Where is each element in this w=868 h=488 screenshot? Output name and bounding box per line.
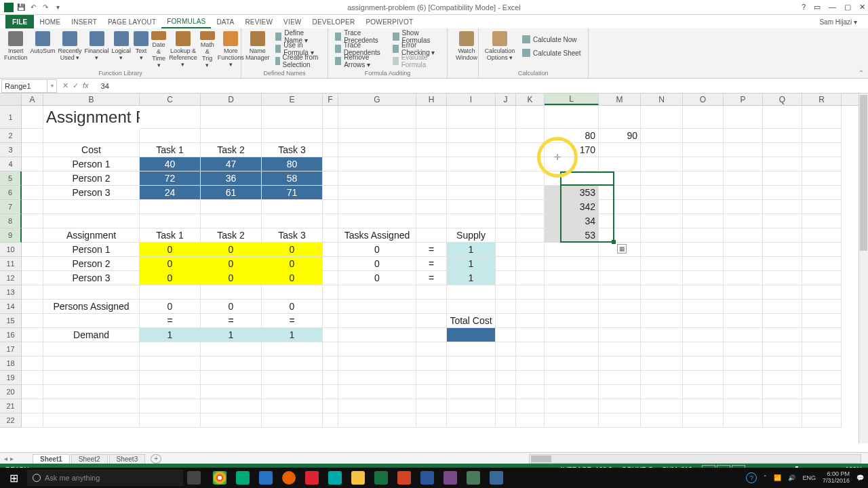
cell-A2[interactable] <box>22 129 43 143</box>
cell-N10[interactable] <box>641 243 683 257</box>
cell-A15[interactable] <box>22 314 43 328</box>
cell-O19[interactable] <box>683 371 724 385</box>
cell-D14[interactable]: 0 <box>201 300 262 314</box>
cell-J18[interactable] <box>496 357 516 371</box>
col-header-Q[interactable]: Q <box>763 94 802 105</box>
cell-H20[interactable] <box>416 385 447 399</box>
cell-P1[interactable] <box>724 106 763 129</box>
cell-E18[interactable] <box>262 357 323 371</box>
cell-J13[interactable] <box>496 285 516 300</box>
cell-G10[interactable]: 0 <box>338 243 416 257</box>
cell-R12[interactable] <box>802 271 842 285</box>
save-icon[interactable]: 💾 <box>16 3 26 12</box>
horizontal-scrollbar[interactable] <box>529 454 861 464</box>
cell-O14[interactable] <box>683 300 724 314</box>
cell-B17[interactable] <box>43 342 140 357</box>
cell-J22[interactable] <box>496 413 516 428</box>
cell-J12[interactable] <box>496 271 516 285</box>
cell-R22[interactable] <box>802 413 842 428</box>
cell-B14[interactable]: Persons Assigned <box>43 300 140 314</box>
cell-E20[interactable] <box>262 385 323 399</box>
vertical-scrollbar[interactable] <box>859 94 868 443</box>
cell-A21[interactable] <box>22 399 43 413</box>
col-header-F[interactable]: F <box>323 94 338 105</box>
cell-L5[interactable]: 34 <box>545 171 599 186</box>
cell-K4[interactable] <box>516 157 545 171</box>
app-icon-1[interactable] <box>301 468 323 487</box>
cell-L7[interactable]: 342 <box>545 200 599 214</box>
cell-E11[interactable]: 0 <box>262 257 323 271</box>
cell-L15[interactable] <box>545 314 599 328</box>
cell-E8[interactable] <box>262 214 323 228</box>
financial-button[interactable]: Financial ▾ <box>85 30 109 69</box>
sheet-nav-prev-icon[interactable]: ◂ <box>4 455 7 462</box>
col-header-N[interactable]: N <box>641 94 683 105</box>
cell-R8[interactable] <box>802 214 842 228</box>
name-box-dropdown-icon[interactable]: ▾ <box>47 79 57 93</box>
cell-F22[interactable] <box>323 413 338 428</box>
cell-L2[interactable]: 80 <box>545 129 599 143</box>
cell-I3[interactable] <box>447 143 496 157</box>
cell-D8[interactable] <box>201 214 262 228</box>
cell-O9[interactable] <box>683 228 724 243</box>
cell-J21[interactable] <box>496 399 516 413</box>
cell-O8[interactable] <box>683 214 724 228</box>
cell-P7[interactable] <box>724 200 763 214</box>
cell-L21[interactable] <box>545 399 599 413</box>
row-header-6[interactable]: 6 <box>0 186 22 200</box>
cell-B19[interactable] <box>43 371 140 385</box>
cell-A10[interactable] <box>22 243 43 257</box>
cell-I7[interactable] <box>447 200 496 214</box>
cell-G19[interactable] <box>338 371 416 385</box>
cell-N4[interactable] <box>641 157 683 171</box>
cell-E4[interactable]: 80 <box>262 157 323 171</box>
cell-K12[interactable] <box>516 271 545 285</box>
cell-J4[interactable] <box>496 157 516 171</box>
name-manager-button[interactable]: Name Manager <box>245 30 270 69</box>
cell-D2[interactable] <box>201 129 262 143</box>
action-center-icon[interactable]: 💬 <box>856 474 864 481</box>
store-icon[interactable] <box>232 468 254 487</box>
row-header-4[interactable]: 4 <box>0 157 22 171</box>
row-header-17[interactable]: 17 <box>0 342 22 357</box>
cell-G12[interactable]: 0 <box>338 271 416 285</box>
cell-A18[interactable] <box>22 357 43 371</box>
cell-C18[interactable] <box>140 357 201 371</box>
cell-D18[interactable] <box>201 357 262 371</box>
cell-M4[interactable] <box>599 157 641 171</box>
cell-Q16[interactable] <box>763 328 802 342</box>
cell-R10[interactable] <box>802 243 842 257</box>
cell-L14[interactable] <box>545 300 599 314</box>
collapse-ribbon-icon[interactable]: ⌃ <box>859 69 864 77</box>
cell-K11[interactable] <box>516 257 545 271</box>
cell-J19[interactable] <box>496 371 516 385</box>
cell-H16[interactable] <box>416 328 447 342</box>
cell-L11[interactable] <box>545 257 599 271</box>
cell-P9[interactable] <box>724 228 763 243</box>
cell-N18[interactable] <box>641 357 683 371</box>
row-header-15[interactable]: 15 <box>0 314 22 328</box>
cell-O2[interactable] <box>683 129 724 143</box>
cell-R2[interactable] <box>802 129 842 143</box>
cell-I15[interactable]: Total Cost <box>447 314 496 328</box>
cell-I5[interactable] <box>447 171 496 186</box>
cell-K7[interactable] <box>516 200 545 214</box>
cell-R21[interactable] <box>802 399 842 413</box>
math-trig-button[interactable]: Math & Trig ▾ <box>200 30 215 69</box>
cell-K16[interactable] <box>516 328 545 342</box>
cancel-formula-icon[interactable]: ✕ <box>62 81 68 90</box>
cell-J8[interactable] <box>496 214 516 228</box>
cell-G1[interactable] <box>338 106 416 129</box>
cell-Q21[interactable] <box>763 399 802 413</box>
cell-O1[interactable] <box>683 106 724 129</box>
cell-P5[interactable] <box>724 171 763 186</box>
cell-E21[interactable] <box>262 399 323 413</box>
cell-R18[interactable] <box>802 357 842 371</box>
add-sheet-button[interactable]: + <box>151 454 161 464</box>
cell-R1[interactable] <box>802 106 842 129</box>
cell-F20[interactable] <box>323 385 338 399</box>
trace-dependents-button[interactable]: Trace Dependents <box>332 43 387 54</box>
cell-B15[interactable] <box>43 314 140 328</box>
cell-I17[interactable] <box>447 342 496 357</box>
cell-G11[interactable]: 0 <box>338 257 416 271</box>
